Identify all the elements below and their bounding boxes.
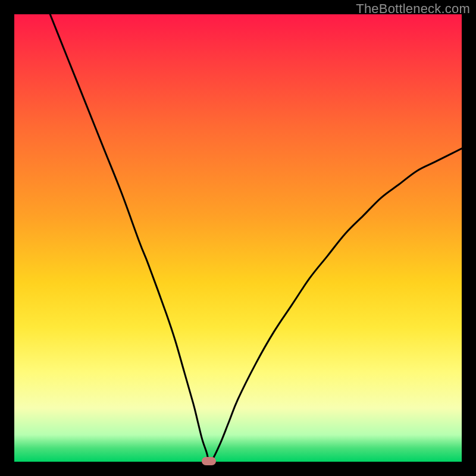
bottleneck-curve	[14, 14, 462, 462]
chart-frame: { "watermark": "TheBottleneck.com", "col…	[0, 0, 476, 476]
optimal-point-marker	[202, 457, 216, 465]
plot-area	[14, 14, 462, 462]
